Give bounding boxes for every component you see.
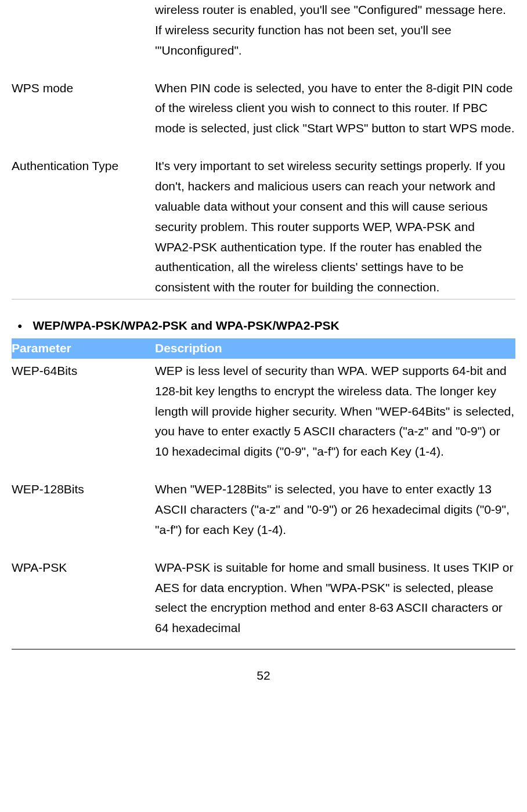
param-label: Authentication Type bbox=[12, 156, 155, 298]
param-desc: When PIN code is selected, you have to e… bbox=[155, 78, 515, 139]
section-heading-wep-wpa: ● WEP/WPA-PSK/WPA2-PSK and WPA-PSK/WPA2-… bbox=[17, 316, 515, 336]
param-row-wpa-psk: WPA-PSK WPA-PSK is suitable for home and… bbox=[12, 558, 515, 638]
param-desc: WEP is less level of security than WPA. … bbox=[155, 361, 515, 462]
param-label bbox=[12, 0, 155, 61]
param-label: WEP-128Bits bbox=[12, 479, 155, 540]
param-row-configured: wireless router is enabled, you'll see "… bbox=[12, 0, 515, 61]
bullet-icon: ● bbox=[17, 319, 22, 333]
param-desc: wireless router is enabled, you'll see "… bbox=[155, 0, 515, 61]
page-footer: 52 bbox=[12, 649, 515, 686]
param-label: WPS mode bbox=[12, 78, 155, 139]
page-number: 52 bbox=[257, 669, 270, 682]
param-desc: It's very important to set wireless secu… bbox=[155, 156, 515, 298]
section-divider: Authentication Type It's very important … bbox=[12, 156, 515, 299]
param-label: WPA-PSK bbox=[12, 558, 155, 638]
heading-text: WEP/WPA-PSK/WPA2-PSK and WPA-PSK/WPA2-PS… bbox=[33, 316, 339, 336]
param-desc: WPA-PSK is suitable for home and small b… bbox=[155, 558, 515, 638]
param-desc: When "WEP-128Bits" is selected, you have… bbox=[155, 479, 515, 540]
table-header: Parameter Description bbox=[12, 338, 515, 359]
param-row-wep64: WEP-64Bits WEP is less level of security… bbox=[12, 361, 515, 462]
param-row-wep128: WEP-128Bits When "WEP-128Bits" is select… bbox=[12, 479, 515, 540]
param-row-wps-mode: WPS mode When PIN code is selected, you … bbox=[12, 78, 515, 139]
table-header-parameter: Parameter bbox=[12, 338, 155, 359]
param-label: WEP-64Bits bbox=[12, 361, 155, 462]
table-header-description: Description bbox=[155, 338, 515, 359]
param-row-auth-type: Authentication Type It's very important … bbox=[12, 156, 515, 298]
